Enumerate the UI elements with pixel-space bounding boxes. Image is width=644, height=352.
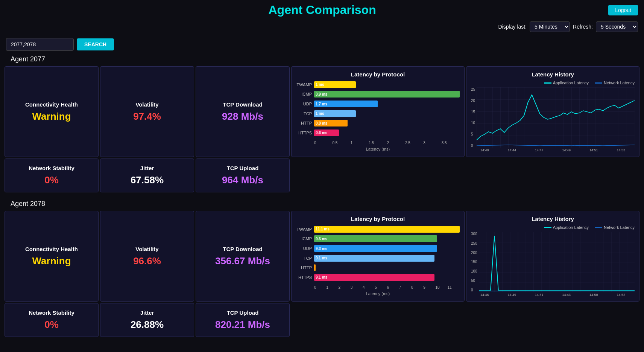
jitter-card-2077: Jitter 67.58% <box>100 158 194 192</box>
network-stability-value-2077: 0% <box>44 174 59 186</box>
jitter-title-2077: Jitter <box>140 165 154 171</box>
search-button[interactable]: SEARCH <box>77 38 114 50</box>
agent-2078-section: Agent 2078 Connectivity Health Warning V… <box>0 198 644 343</box>
tcp-download-title-2078: TCP Download <box>223 246 263 252</box>
latency-protocol-chart-2077: Latency by Protocol TWAMP 1 ms ICMP 3.9 … <box>291 66 465 157</box>
latency-protocol-title-2078: Latency by Protocol <box>296 216 460 222</box>
connectivity-health-card-2078: Connectivity Health Warning <box>5 211 99 302</box>
latency-history-chart-2078: Latency History Application Latency Netw… <box>466 211 639 302</box>
bar-row-tcp-2077: TCP 1 ms <box>296 110 460 117</box>
svg-rect-1 <box>479 232 635 292</box>
agent-2077-metrics: Connectivity Health Warning Volatility 9… <box>5 66 639 192</box>
bar-row-tcp-2078: TCP 9.1 ms <box>296 255 460 262</box>
agent-2077-section: Agent 2077 Connectivity Health Warning V… <box>0 54 644 198</box>
jitter-value-2077: 67.58% <box>131 174 164 186</box>
network-stability-card-2078: Network Stability 0% <box>5 303 99 337</box>
bar-row-udp-2077: UDP 1.7 ms <box>296 101 460 107</box>
tcp-upload-title-2078: TCP Upload <box>227 309 259 316</box>
bar-row-https-2078: HTTPS 9.1 ms <box>296 274 460 281</box>
connectivity-health-title-2077: Connectivity Health <box>25 101 78 108</box>
latency-history-title-2077: Latency History <box>471 71 635 78</box>
bar-chart-2078: TWAMP 11.1 ms ICMP 9.3 ms UDP 9.3 ms <box>296 225 460 297</box>
jitter-title-2078: Jitter <box>140 309 154 316</box>
tcp-download-value-2077: 928 Mb/s <box>222 111 263 122</box>
line-chart-svg-2078 <box>479 232 635 292</box>
controls-bar: Display last: 5 Minutes 1 Minute 15 Minu… <box>0 18 644 35</box>
refresh-select[interactable]: 5 Seconds 10 Seconds 30 Seconds 1 Minute <box>596 21 638 32</box>
network-stability-title-2078: Network Stability <box>29 309 74 316</box>
refresh-label: Refresh: <box>573 24 593 30</box>
connectivity-health-value-2078: Warning <box>32 255 71 267</box>
legend-2077: Application Latency Network Latency <box>471 81 635 85</box>
bar-row-https-2077: HTTPS 0.6 ms <box>296 130 460 136</box>
bar-row-http-2078: HTTP <box>296 264 460 271</box>
bar-row-icmp-2077: ICMP 3.9 ms <box>296 91 460 98</box>
tcp-upload-value-2078: 820.21 Mb/s <box>215 319 270 331</box>
agent-2077-label: Agent 2077 <box>5 54 639 66</box>
volatility-value-2078: 96.6% <box>133 255 161 267</box>
display-last-select[interactable]: 5 Minutes 1 Minute 15 Minutes 30 Minutes… <box>530 21 570 32</box>
agent-2078-label: Agent 2078 <box>5 198 639 211</box>
display-last-label: Display last: <box>498 24 527 30</box>
line-chart-svg-2077 <box>477 87 635 148</box>
search-input[interactable] <box>6 38 74 51</box>
tcp-download-title-2077: TCP Download <box>223 101 263 108</box>
bar-row-twamp-2078: TWAMP 11.1 ms <box>296 226 460 233</box>
jitter-card-2078: Jitter 26.88% <box>100 303 194 337</box>
page-title: Agent Comparison <box>36 3 608 17</box>
bar-row-http-2077: HTTP 0.8 ms <box>296 120 460 126</box>
connectivity-health-card-2077: Connectivity Health Warning <box>5 66 99 157</box>
network-stability-title-2077: Network Stability <box>29 165 74 171</box>
volatility-title-2078: Volatility <box>135 246 158 252</box>
tcp-upload-title-2077: TCP Upload <box>227 165 259 171</box>
network-stability-value-2078: 0% <box>44 319 59 331</box>
volatility-card-2078: Volatility 96.6% <box>100 211 194 302</box>
tcp-upload-value-2077: 964 Mb/s <box>222 174 263 186</box>
volatility-card-2077: Volatility 97.4% <box>100 66 194 157</box>
agent-2078-metrics: Connectivity Health Warning Volatility 9… <box>5 211 639 337</box>
tcp-upload-card-2078: TCP Upload 820.21 Mb/s <box>196 303 290 337</box>
tcp-upload-card-2077: TCP Upload 964 Mb/s <box>196 158 290 192</box>
latency-protocol-chart-2078: Latency by Protocol TWAMP 11.1 ms ICMP 9… <box>291 211 465 302</box>
network-stability-card-2077: Network Stability 0% <box>5 158 99 192</box>
connectivity-health-value-2077: Warning <box>32 111 71 122</box>
latency-protocol-title-2077: Latency by Protocol <box>296 71 460 78</box>
bar-row-twamp-2077: TWAMP 1 ms <box>296 81 460 88</box>
latency-history-chart-2077: Latency History Application Latency Netw… <box>466 66 639 157</box>
volatility-value-2077: 97.4% <box>133 111 161 122</box>
svg-rect-0 <box>477 87 635 148</box>
jitter-value-2078: 26.88% <box>131 319 164 331</box>
top-bar: Agent Comparison Logout <box>0 0 644 18</box>
legend-2078: Application Latency Network Latency <box>471 225 635 230</box>
logout-button[interactable]: Logout <box>608 5 638 15</box>
tcp-download-value-2078: 356.67 Mb/s <box>215 255 270 267</box>
bar-row-icmp-2078: ICMP 9.3 ms <box>296 235 460 242</box>
connectivity-health-title-2078: Connectivity Health <box>25 246 78 252</box>
tcp-download-card-2077: TCP Download 928 Mb/s <box>196 66 290 157</box>
search-bar: SEARCH <box>0 35 644 54</box>
tcp-download-card-2078: TCP Download 356.67 Mb/s <box>196 211 290 302</box>
bar-chart-2077: TWAMP 1 ms ICMP 3.9 ms UDP 1.7 ms <box>296 81 460 152</box>
latency-history-title-2078: Latency History <box>471 216 635 222</box>
volatility-title-2077: Volatility <box>135 101 158 108</box>
bar-row-udp-2078: UDP 9.3 ms <box>296 245 460 252</box>
